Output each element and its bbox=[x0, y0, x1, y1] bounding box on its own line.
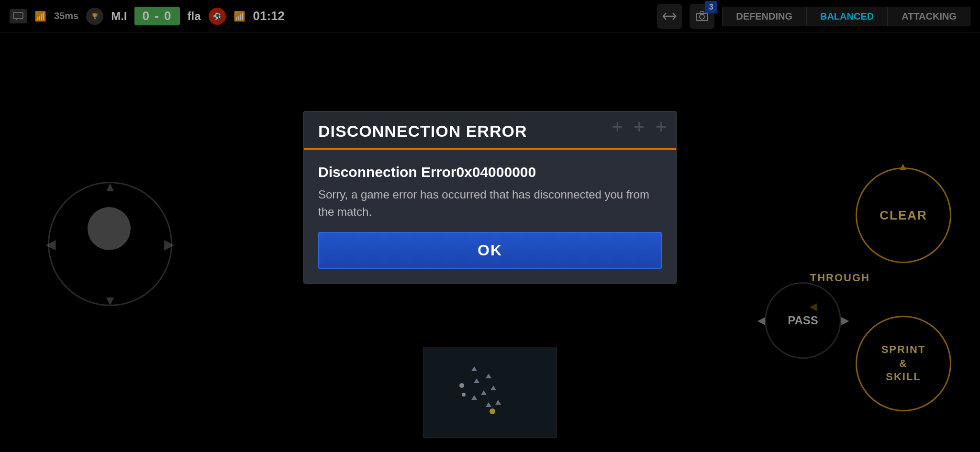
modal-header: DISCONNECTION ERROR + + + bbox=[304, 111, 676, 150]
modal-title: DISCONNECTION ERROR bbox=[318, 122, 662, 141]
header-decoration: + + + bbox=[612, 116, 667, 138]
ok-button[interactable]: OK bbox=[318, 232, 662, 269]
modal-dialog: DISCONNECTION ERROR + + + Disconnection … bbox=[303, 111, 677, 284]
error-code: Disconnection Error0x04000000 bbox=[318, 164, 662, 180]
modal-overlay: DISCONNECTION ERROR + + + Disconnection … bbox=[0, 0, 980, 452]
error-description: Sorry, a game error has occurred that ha… bbox=[318, 186, 662, 220]
modal-body: Disconnection Error0x04000000 Sorry, a g… bbox=[304, 150, 676, 232]
